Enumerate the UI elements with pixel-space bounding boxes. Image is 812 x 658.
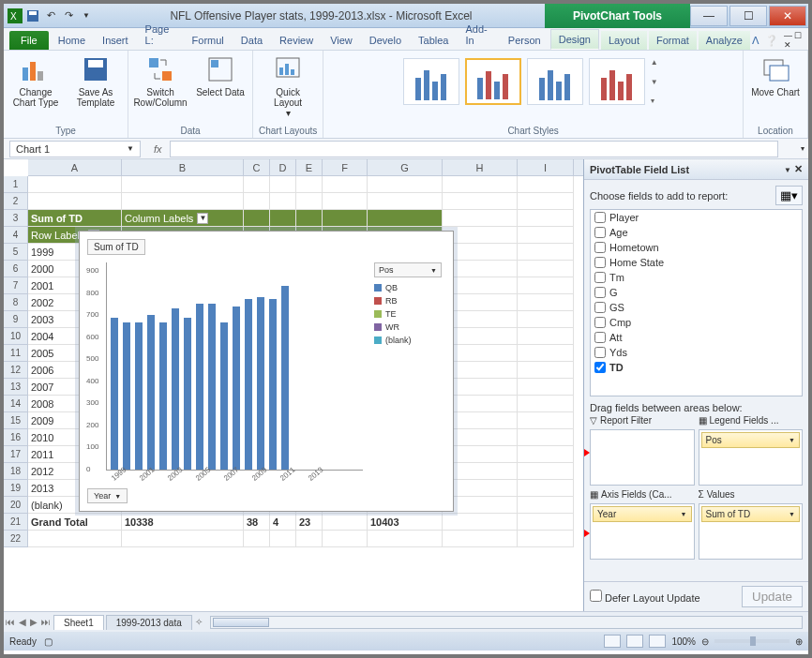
defer-layout-checkbox[interactable]: Defer Layout Update <box>590 590 700 604</box>
row-header[interactable]: 19 <box>4 480 28 497</box>
cell[interactable] <box>443 210 518 227</box>
cell[interactable] <box>28 193 122 210</box>
cell[interactable]: Sum of TD <box>28 210 122 227</box>
field-item[interactable]: Tm <box>591 270 802 285</box>
cell[interactable] <box>443 396 518 412</box>
pivot-chart[interactable]: Sum of TD 9008007006005004003002001000 P… <box>79 231 454 512</box>
row-header[interactable]: 15 <box>4 412 28 429</box>
save-as-template-button[interactable]: Save As Template <box>69 54 122 108</box>
cell[interactable] <box>443 227 518 244</box>
cell[interactable] <box>443 412 518 429</box>
zoom-in-button[interactable]: ⊕ <box>795 636 803 647</box>
minimize-button[interactable]: — <box>690 6 728 26</box>
row-header[interactable]: 18 <box>4 463 28 480</box>
chart-styles-gallery[interactable]: ▲▼▾ <box>399 54 668 109</box>
cell[interactable] <box>518 480 574 497</box>
cell[interactable] <box>323 514 368 531</box>
values-dropzone[interactable]: Sum of TD▼ <box>699 503 804 560</box>
tab-review[interactable]: Review <box>272 31 321 50</box>
normal-view-button[interactable] <box>604 635 621 648</box>
horizontal-scrollbar[interactable] <box>210 616 803 629</box>
cell[interactable] <box>443 463 518 480</box>
cell[interactable] <box>443 277 518 294</box>
qat-dropdown-icon[interactable]: ▼ <box>79 8 94 23</box>
sheet-tab-data[interactable]: 1999-2013 data <box>106 615 192 630</box>
cell[interactable] <box>443 261 518 277</box>
cell[interactable]: Grand Total <box>28 514 122 531</box>
cell[interactable] <box>518 463 574 480</box>
column-header[interactable]: D <box>270 159 296 175</box>
page-break-view-button[interactable] <box>649 635 666 648</box>
cell[interactable] <box>443 497 518 514</box>
column-header[interactable]: G <box>368 159 443 175</box>
cell[interactable] <box>270 531 296 547</box>
cell[interactable] <box>443 244 518 261</box>
tab-developer[interactable]: Develo <box>362 31 409 50</box>
cell[interactable] <box>244 176 270 193</box>
tab-data[interactable]: Data <box>233 31 270 50</box>
cell[interactable] <box>443 311 518 328</box>
field-item[interactable]: G <box>591 285 802 300</box>
minimize-ribbon-icon[interactable]: ᐱ <box>752 35 759 47</box>
cell[interactable] <box>323 193 368 210</box>
row-header[interactable]: 10 <box>4 328 28 345</box>
cell[interactable] <box>368 176 443 193</box>
gallery-up-icon[interactable]: ▲ <box>651 58 664 67</box>
cell[interactable] <box>368 210 443 227</box>
axis-field-button[interactable]: Year▼ <box>87 488 128 503</box>
field-item[interactable]: Yds <box>591 345 802 360</box>
cell[interactable] <box>244 210 270 227</box>
cell[interactable] <box>323 176 368 193</box>
field-item[interactable]: Cmp <box>591 315 802 330</box>
redo-icon[interactable]: ↷ <box>61 8 76 23</box>
zoom-slider[interactable] <box>714 639 789 643</box>
fields-list[interactable]: PlayerAgeHometownHome StateTmGGSCmpAttYd… <box>590 209 803 396</box>
row-header[interactable]: 11 <box>4 345 28 362</box>
legend-item[interactable]: WR <box>374 322 442 332</box>
row-header[interactable]: 6 <box>4 261 28 277</box>
field-item[interactable]: Player <box>591 210 802 225</box>
move-chart-button[interactable]: Move Chart <box>749 54 802 97</box>
switch-row-column-button[interactable]: Switch Row/Column <box>134 54 187 108</box>
new-sheet-icon[interactable]: ✧ <box>193 617 204 627</box>
gallery-down-icon[interactable]: ▼ <box>651 78 664 86</box>
column-header[interactable]: I <box>518 159 574 175</box>
cell[interactable] <box>443 446 518 463</box>
chart-legend[interactable]: Pos▼ QBRBTEWR(blank) <box>370 255 445 474</box>
cell[interactable] <box>518 429 574 446</box>
expand-formula-icon[interactable]: ▾ <box>797 144 808 153</box>
formula-input[interactable] <box>170 141 778 157</box>
maximize-button[interactable]: ☐ <box>729 6 767 26</box>
report-filter-dropzone[interactable] <box>590 429 695 486</box>
legend-item[interactable]: TE <box>374 309 442 319</box>
row-header[interactable]: 2 <box>4 193 28 210</box>
chart-plot-area[interactable]: 9008007006005004003002001000 <box>106 262 363 471</box>
row-header[interactable]: 7 <box>4 277 28 294</box>
tab-view[interactable]: View <box>323 31 360 50</box>
cell[interactable] <box>443 480 518 497</box>
field-item[interactable]: Att <box>591 330 802 345</box>
legend-item[interactable]: QB <box>374 283 442 292</box>
tab-tableau[interactable]: Tablea <box>411 31 456 50</box>
axis-fields-dropzone[interactable]: Year▼ <box>590 503 695 560</box>
fx-icon[interactable]: fx <box>146 143 170 155</box>
pane-close-icon[interactable]: ✕ <box>794 163 803 174</box>
tab-personal[interactable]: Person <box>501 31 549 50</box>
sheet-nav-next-icon[interactable]: ▶ <box>28 617 39 627</box>
cell[interactable] <box>443 429 518 446</box>
column-header[interactable]: E <box>296 159 323 175</box>
cell[interactable] <box>518 261 574 277</box>
chart-style-4[interactable] <box>589 58 645 105</box>
name-box[interactable]: Chart 1▼ <box>9 141 141 157</box>
field-item[interactable]: TD <box>591 360 802 375</box>
sheet-nav-first-icon[interactable]: ⏮ <box>4 617 17 627</box>
cell[interactable] <box>518 311 574 328</box>
sheet-nav-prev-icon[interactable]: ◀ <box>17 617 28 627</box>
cell[interactable] <box>443 328 518 345</box>
cell[interactable] <box>518 345 574 362</box>
cell[interactable] <box>443 193 518 210</box>
cell[interactable] <box>122 193 244 210</box>
cell[interactable] <box>443 362 518 379</box>
cell[interactable] <box>518 412 574 429</box>
cell[interactable] <box>443 379 518 396</box>
